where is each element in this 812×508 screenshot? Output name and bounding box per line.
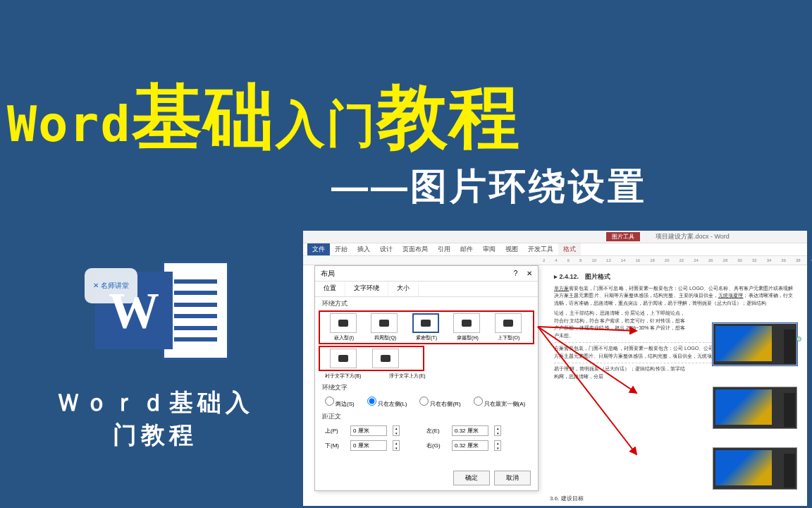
close-icon[interactable]: ✕ bbox=[527, 270, 532, 277]
wrap-behind-label: 衬于文字下方(B) bbox=[325, 373, 361, 380]
wrap-options-row1: 嵌入型(I) 四周型(Q) 紧密型(T) 穿越型(H) 上下型(O) bbox=[319, 310, 534, 344]
ribbon-tab-home[interactable]: 开始 bbox=[330, 243, 352, 255]
subtitle: ——图片环绕设置 bbox=[331, 162, 647, 212]
wrap-through[interactable]: 穿越型(H) bbox=[453, 313, 481, 341]
dialog-titlebar: 布局 ? ✕ bbox=[315, 266, 538, 282]
wrap-text-label: 环绕文字 bbox=[315, 381, 538, 394]
dist-top-spinner[interactable]: ▴▾ bbox=[393, 425, 400, 436]
ribbon-tab-format[interactable]: 格式 bbox=[558, 243, 581, 255]
dist-right-label: 右(G) bbox=[426, 442, 446, 449]
ribbon-tab-file[interactable]: 文件 bbox=[307, 243, 330, 255]
dist-top-label: 上(P) bbox=[325, 427, 345, 435]
layout-dialog: 布局 ? ✕ 位置 文字环绕 大小 环绕方式 嵌入型(I) 四周型(Q) 紧密型… bbox=[314, 265, 539, 491]
wrap-behind[interactable] bbox=[330, 349, 359, 368]
dist-bottom-spinner[interactable]: ▴▾ bbox=[393, 440, 400, 451]
dist-left-label: 左(E) bbox=[426, 427, 446, 435]
ribbon-tab-insert[interactable]: 插入 bbox=[352, 243, 375, 255]
wrap-infront-label: 浮于文字上方(E) bbox=[389, 373, 425, 380]
doc-image-1[interactable] bbox=[713, 323, 797, 365]
wrap-options-row2 bbox=[319, 346, 424, 371]
dist-left-spinner[interactable]: ▴▾ bbox=[494, 425, 501, 436]
picture-tools-tab: 图片工具 bbox=[606, 232, 640, 241]
dialog-tabs: 位置 文字环绕 大小 bbox=[315, 282, 538, 297]
ribbon-tab-review[interactable]: 审阅 bbox=[478, 243, 500, 255]
dialog-title: 布局 bbox=[321, 269, 335, 279]
wrap-tight[interactable]: 紧密型(T) bbox=[412, 313, 441, 341]
dist-right-spinner[interactable]: ▴▾ bbox=[494, 440, 501, 451]
wrap-infront[interactable] bbox=[372, 349, 402, 368]
doc-para-2: 论述，主干部结构，思路清晰，分层论述，上下即能论点，符合行文结构，符合客户需求，… bbox=[554, 310, 685, 339]
radio-left[interactable]: 只在左侧(L) bbox=[367, 397, 407, 408]
word-app-window: 图片工具 项目建设方案.docx - Word 文件 开始 插入 设计 页面布局… bbox=[303, 231, 807, 506]
word-titlebar: 图片工具 项目建设方案.docx - Word bbox=[303, 231, 807, 243]
main-title: Word基础入门教程 bbox=[7, 71, 521, 166]
radio-right[interactable]: 只在右侧(R) bbox=[419, 397, 460, 408]
cancel-button[interactable]: 取消 bbox=[494, 471, 531, 485]
dist-right-input[interactable]: 0.32 厘米 bbox=[452, 440, 488, 451]
watermark-badge: ✕ 名师讲堂 bbox=[85, 268, 137, 303]
ribbon-tab-references[interactable]: 引用 bbox=[433, 243, 455, 255]
dist-bottom-input[interactable]: 0 厘米 bbox=[350, 440, 387, 451]
radio-widest[interactable]: 只在最宽一侧(A) bbox=[474, 397, 526, 408]
doc-para-1: 单方案需要包装，门面不可忽略，封面要素一般要包含：公司 LOGO、公司名称、具有… bbox=[554, 285, 793, 308]
ribbon-tab-layout[interactable]: 页面布局 bbox=[398, 243, 433, 255]
wrap-style-label: 环绕方式 bbox=[315, 297, 538, 310]
wrap-inline[interactable]: 嵌入型(I) bbox=[330, 313, 358, 341]
wrap-side-radios: 两边(S) 只在左侧(L) 只在右侧(R) 只在最宽一侧(A) bbox=[315, 394, 538, 410]
dist-bottom-label: 下(M) bbox=[325, 442, 345, 449]
ribbon-tab-developer[interactable]: 开发工具 bbox=[523, 243, 558, 255]
doc-section-heading: ▸ 2.4.12. 图片格式 bbox=[554, 272, 793, 282]
ruler: 2468101214161820222426283032343638404244… bbox=[303, 256, 807, 265]
dist-top-input[interactable]: 0 厘米 bbox=[350, 425, 387, 436]
doc-image-2[interactable] bbox=[713, 387, 797, 429]
ribbon-tab-design[interactable]: 设计 bbox=[375, 243, 398, 255]
wrap-square[interactable]: 四周型(Q) bbox=[371, 313, 399, 341]
ok-button[interactable]: 确定 bbox=[453, 471, 490, 485]
dist-label: 距正文 bbox=[315, 410, 538, 423]
dist-left-input[interactable]: 0.32 厘米 bbox=[452, 425, 488, 436]
wrap-topbottom[interactable]: 上下型(O) bbox=[495, 313, 523, 341]
ribbon-tab-view[interactable]: 视图 bbox=[500, 243, 523, 255]
radio-both[interactable]: 两边(S) bbox=[325, 397, 355, 408]
doc-para-4: 易于理解，简明扼要（忌大白话）；逻辑结构性强，策字结构网，思路清晰，分层 bbox=[554, 365, 685, 380]
tab-text-wrap[interactable]: 文字环绕 bbox=[345, 282, 388, 296]
doc-footer-heading: 3.6. 建设目标 bbox=[550, 495, 584, 503]
tab-size[interactable]: 大小 bbox=[388, 282, 419, 296]
tab-position[interactable]: 位置 bbox=[315, 282, 345, 296]
ribbon-tab-mailings[interactable]: 邮件 bbox=[455, 243, 478, 255]
ribbon: 文件 开始 插入 设计 页面布局 引用 邮件 审阅 视图 开发工具 格式 bbox=[303, 243, 807, 256]
icon-caption: Ｗｏｒｄ基础入门教程 bbox=[49, 387, 261, 452]
help-icon[interactable]: ? bbox=[514, 270, 518, 277]
doc-image-3[interactable] bbox=[713, 447, 797, 490]
doc-title: 项目建设方案.docx - Word bbox=[656, 232, 730, 241]
document-body: ▸ 2.4.12. 图片格式 单方案需要包装，门面不可忽略，封面要素一般要包含：… bbox=[543, 265, 804, 506]
